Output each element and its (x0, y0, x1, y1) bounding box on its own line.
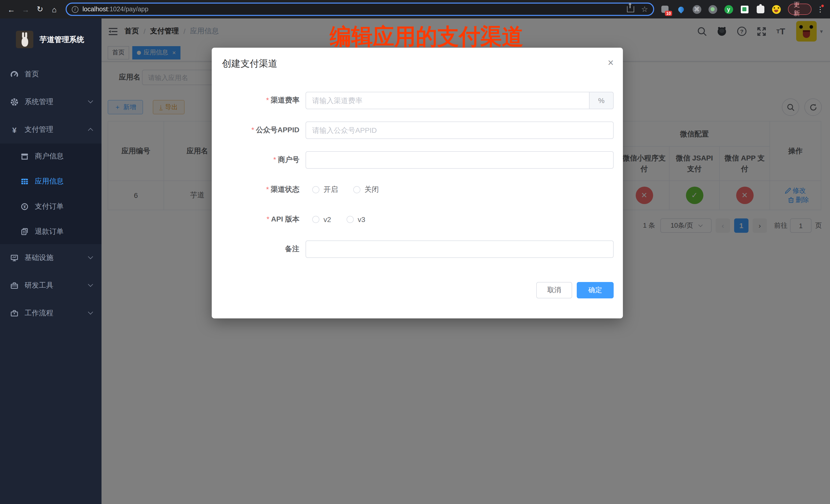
sidebar: 芋道管理系统 首页 系统管理 ¥ 支付管理 (0, 19, 101, 504)
chevron-up-icon (88, 128, 93, 133)
cancel-button[interactable]: 取消 (536, 282, 572, 298)
extension-icon[interactable]: 10 (660, 5, 670, 14)
radio-icon (312, 216, 319, 223)
required-mark: * (266, 96, 268, 104)
address-bar[interactable]: i localhost :1024/pay/app ☆ (66, 3, 654, 16)
field-label: API 版本 (271, 215, 299, 223)
radio-icon (353, 186, 360, 193)
sidebar-item-infrastructure[interactable]: 基础设施 (0, 244, 101, 272)
command-extension-icon[interactable]: ⌘ (692, 5, 701, 14)
field-label: 商户号 (278, 155, 299, 163)
sidebar-item-system[interactable]: 系统管理 (0, 88, 101, 116)
remark-input[interactable] (306, 241, 614, 258)
coin-icon: ¥ (21, 202, 29, 211)
browser-update-button[interactable]: 更新 (788, 4, 811, 15)
browser-refresh-button[interactable]: ↻ (34, 3, 46, 15)
emoji-extension-icon[interactable] (772, 5, 781, 14)
share-icon[interactable] (627, 6, 634, 12)
browser-extensions: 10 ⌘ y (660, 5, 781, 14)
briefcase-icon (10, 309, 19, 317)
annotation-overlay-text: 编辑应用的支付渠道 (330, 22, 523, 52)
field-label: 渠道费率 (271, 96, 299, 104)
chevron-down-icon (88, 282, 93, 287)
fee-rate-input[interactable] (306, 92, 589, 109)
stage: ← → ↻ ⌂ i localhost :1024/pay/app ☆ 10 ⌘… (0, 0, 830, 504)
toolbox-icon (10, 282, 19, 290)
gear-icon (10, 98, 19, 106)
radio-api-v2[interactable]: v2 (312, 215, 331, 224)
merchant-id-input[interactable] (306, 151, 614, 169)
sidebar-item-label: 首页 (25, 70, 39, 79)
sidebar-item-pay-orders[interactable]: ¥ 支付订单 (0, 194, 101, 219)
sidebar-submenu-payment: 商户信息 应用信息 ¥ (0, 144, 101, 244)
chevron-down-icon (88, 309, 93, 315)
sidebar-item-label: 应用信息 (35, 177, 64, 186)
field-label: 渠道状态 (271, 185, 299, 193)
required-mark: * (273, 155, 276, 163)
confirm-button[interactable]: 确定 (577, 282, 614, 298)
grid-icon (21, 177, 29, 185)
sidebar-item-payment[interactable]: ¥ 支付管理 (0, 116, 101, 144)
app-title: 芋道管理系统 (39, 35, 84, 44)
sidebar-item-dev-tools[interactable]: 研发工具 (0, 272, 101, 300)
dashboard-icon (10, 70, 19, 78)
dialog-body: *渠道费率 % *公众号APPID *商户号 *渠道状态 (212, 70, 623, 258)
form-row-api-version: *API 版本 v2 v3 (212, 211, 614, 228)
form-row-channel-status: *渠道状态 开启 关闭 (212, 181, 614, 198)
sidebar-item-label: 工作流程 (25, 309, 53, 318)
chart-extension-icon[interactable] (740, 5, 749, 14)
browser-chrome: ← → ↻ ⌂ i localhost :1024/pay/app ☆ 10 ⌘… (0, 0, 830, 19)
radio-status-open[interactable]: 开启 (312, 185, 338, 194)
sidebar-item-refund-orders[interactable]: 退款订单 (0, 219, 101, 244)
yen-icon: ¥ (10, 125, 19, 134)
puzzle-extension-icon[interactable] (756, 5, 765, 14)
site-info-icon[interactable]: i (72, 6, 78, 12)
browser-home-button[interactable]: ⌂ (48, 3, 61, 15)
chevron-down-icon (88, 254, 93, 259)
sidebar-item-merchant-info[interactable]: 商户信息 (0, 144, 101, 169)
required-mark: * (266, 215, 269, 223)
appid-input[interactable] (306, 122, 614, 139)
pin-extension-icon[interactable] (676, 5, 685, 14)
y-extension-icon[interactable]: y (724, 5, 733, 14)
monitor-icon (10, 254, 19, 262)
percent-suffix: % (589, 92, 614, 109)
radio-status-closed[interactable]: 关闭 (353, 185, 379, 194)
extension-badge: 10 (665, 11, 672, 16)
sidebar-item-label: 基础设施 (25, 253, 53, 262)
dialog-title: 创建支付渠道 (222, 57, 277, 70)
form-row-merchant-id: *商户号 (212, 151, 614, 169)
bookmark-star-icon[interactable]: ☆ (641, 5, 648, 14)
sidebar-item-label: 系统管理 (25, 97, 53, 107)
browser-forward-button[interactable]: → (20, 3, 32, 15)
create-pay-channel-dialog: 创建支付渠道 × *渠道费率 % *公众号APPID *商户号 (212, 48, 623, 318)
form-row-fee-rate: *渠道费率 % (212, 92, 614, 109)
required-mark: * (266, 185, 268, 193)
dialog-footer: 取消 确定 (536, 282, 614, 298)
recorder-extension-icon[interactable] (708, 5, 717, 14)
sidebar-item-home[interactable]: 首页 (0, 61, 101, 88)
sidebar-item-workflow[interactable]: 工作流程 (0, 300, 101, 327)
browser-menu-icon[interactable]: ⋮ (817, 5, 824, 13)
screen: ← → ↻ ⌂ i localhost :1024/pay/app ☆ 10 ⌘… (0, 0, 830, 504)
form-row-appid: *公众号APPID (212, 122, 614, 139)
shop-icon (21, 152, 29, 160)
app-logo: 芋道管理系统 (0, 19, 101, 61)
url-host: localhost (83, 6, 108, 13)
field-label: 备注 (285, 245, 299, 253)
radio-api-v3[interactable]: v3 (347, 215, 365, 224)
radio-icon (347, 216, 354, 223)
chevron-down-icon (88, 98, 93, 103)
sidebar-item-label: 支付管理 (25, 125, 53, 134)
close-icon[interactable]: × (608, 57, 614, 68)
radio-icon (312, 186, 319, 193)
sidebar-item-label: 支付订单 (35, 202, 64, 211)
sidebar-item-label: 退款订单 (35, 227, 64, 236)
document-icon (21, 227, 29, 235)
field-label: 公众号APPID (256, 126, 299, 134)
svg-text:¥: ¥ (23, 204, 26, 209)
browser-back-button[interactable]: ← (5, 3, 18, 15)
logo-avatar (16, 31, 33, 48)
sidebar-item-app-info[interactable]: 应用信息 (0, 169, 101, 194)
required-mark: * (251, 126, 254, 134)
